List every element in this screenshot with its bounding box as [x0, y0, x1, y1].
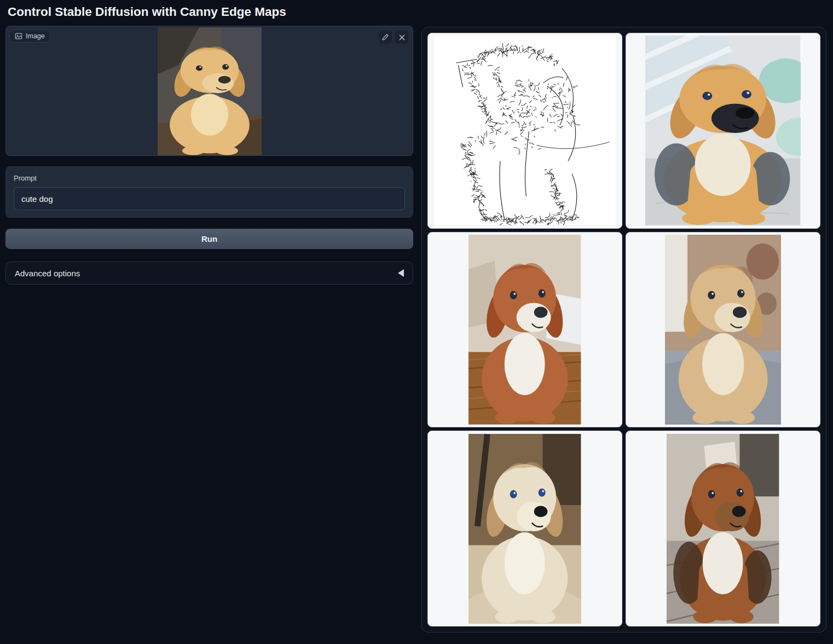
- main-layout: Image: [0, 26, 833, 633]
- advanced-options-label: Advanced options: [15, 269, 80, 278]
- prompt-input[interactable]: [14, 187, 405, 210]
- image-label-badge: Image: [9, 30, 50, 43]
- gallery-item-generated-dog-2[interactable]: [427, 232, 622, 428]
- picture-icon: [15, 32, 22, 40]
- gallery-item-canny-edge-map[interactable]: [427, 33, 622, 229]
- generated-dog-image-1: [645, 36, 800, 225]
- generated-dog-image-5: [667, 434, 779, 624]
- pencil-icon: [381, 33, 389, 41]
- prompt-block: Prompt: [5, 166, 413, 218]
- run-button[interactable]: Run: [5, 229, 413, 249]
- advanced-options-accordion[interactable]: Advanced options: [5, 262, 413, 285]
- page-title: Control Stable Diffusion with Canny Edge…: [0, 0, 833, 26]
- gallery-item-generated-dog-1[interactable]: [626, 33, 820, 229]
- output-gallery: [421, 27, 826, 633]
- left-triangle-icon: [398, 269, 404, 277]
- image-actions: [379, 31, 408, 44]
- generated-dog-image-3: [665, 235, 781, 425]
- x-icon: [398, 34, 406, 41]
- image-label: Image: [26, 32, 45, 40]
- gallery-item-generated-dog-3[interactable]: [626, 232, 820, 428]
- gallery-item-generated-dog-4[interactable]: [427, 431, 622, 626]
- uploaded-dog-photo: [158, 27, 262, 155]
- right-column: [421, 26, 826, 633]
- left-column: Image: [5, 26, 413, 285]
- generated-dog-image-4: [468, 434, 581, 624]
- prompt-label: Prompt: [14, 174, 405, 182]
- gallery-item-generated-dog-5[interactable]: [626, 431, 820, 626]
- canny-edge-image: [434, 36, 616, 225]
- generated-dog-image-2: [468, 235, 581, 425]
- clear-image-button[interactable]: [395, 31, 408, 44]
- image-input-dropzone[interactable]: Image: [5, 26, 413, 156]
- edit-image-button[interactable]: [379, 31, 392, 44]
